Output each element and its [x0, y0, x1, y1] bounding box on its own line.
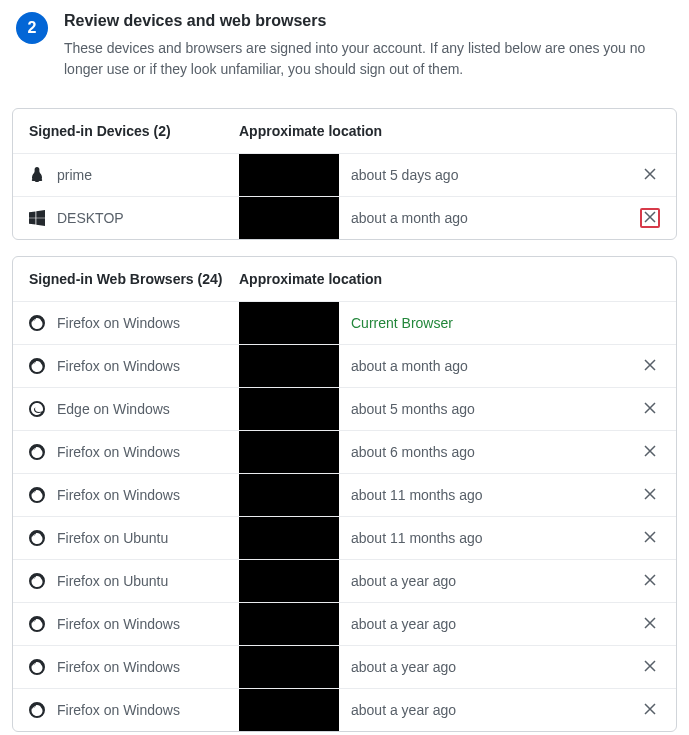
- close-icon: [644, 487, 656, 503]
- redacted-location: [239, 197, 339, 239]
- browsers-header-location: Approximate location: [239, 271, 382, 287]
- firefox-icon: [29, 659, 45, 675]
- browser-row: Firefox on Windowsabout a month ago: [13, 345, 676, 388]
- row-name: Firefox on Ubuntu: [57, 530, 168, 546]
- redacted-location: [239, 689, 339, 731]
- close-icon: [644, 573, 656, 589]
- close-icon: [644, 358, 656, 374]
- row-left: Firefox on Windows: [29, 444, 239, 460]
- row-left: Firefox on Ubuntu: [29, 530, 239, 546]
- browser-row: Firefox on Windowsabout 6 months ago: [13, 431, 676, 474]
- close-icon: [644, 401, 656, 417]
- browser-row: Firefox on Ubuntuabout a year ago: [13, 560, 676, 603]
- redacted-location: [239, 646, 339, 688]
- row-name: Firefox on Windows: [57, 315, 180, 331]
- browser-row: Firefox on WindowsCurrent Browser: [13, 302, 676, 345]
- device-row: DESKTOPabout a month ago: [13, 197, 676, 239]
- sign-out-button[interactable]: [640, 442, 660, 462]
- redacted-location: [239, 603, 339, 645]
- row-left: Firefox on Ubuntu: [29, 573, 239, 589]
- edge-icon: [29, 401, 45, 417]
- devices-header-location: Approximate location: [239, 123, 382, 139]
- row-time: about a month ago: [351, 358, 640, 374]
- device-row: primeabout 5 days ago: [13, 154, 676, 197]
- row-name: Firefox on Windows: [57, 659, 180, 675]
- step-description: These devices and browsers are signed in…: [64, 38, 673, 80]
- browsers-header-name: Signed-in Web Browsers (24): [29, 271, 239, 287]
- row-name: Firefox on Windows: [57, 358, 180, 374]
- row-name: Firefox on Windows: [57, 444, 180, 460]
- close-icon: [644, 702, 656, 718]
- firefox-icon: [29, 530, 45, 546]
- close-icon: [644, 167, 656, 183]
- current-browser-label: Current Browser: [351, 315, 640, 331]
- step-content: Review devices and web browsers These de…: [64, 12, 673, 80]
- linux-icon: [29, 167, 45, 183]
- row-name: prime: [57, 167, 92, 183]
- sign-out-button[interactable]: [640, 571, 660, 591]
- row-left: Firefox on Windows: [29, 659, 239, 675]
- devices-panel-header: Signed-in Devices (2) Approximate locati…: [13, 109, 676, 154]
- row-time: about 11 months ago: [351, 487, 640, 503]
- row-left: Edge on Windows: [29, 401, 239, 417]
- row-time: about 5 days ago: [351, 167, 640, 183]
- row-time: about 11 months ago: [351, 530, 640, 546]
- sign-out-button[interactable]: [640, 399, 660, 419]
- row-name: Firefox on Windows: [57, 702, 180, 718]
- step-number-badge: 2: [16, 12, 48, 44]
- row-name: Firefox on Windows: [57, 487, 180, 503]
- browser-row: Firefox on Windowsabout a year ago: [13, 603, 676, 646]
- close-icon: [644, 444, 656, 460]
- sign-out-button[interactable]: [640, 657, 660, 677]
- row-left: Firefox on Windows: [29, 487, 239, 503]
- redacted-location: [239, 517, 339, 559]
- sign-out-button[interactable]: [640, 356, 660, 376]
- browsers-panel-header: Signed-in Web Browsers (24) Approximate …: [13, 257, 676, 302]
- browser-row: Edge on Windowsabout 5 months ago: [13, 388, 676, 431]
- firefox-icon: [29, 702, 45, 718]
- row-time: about a year ago: [351, 659, 640, 675]
- row-left: Firefox on Windows: [29, 315, 239, 331]
- redacted-location: [239, 431, 339, 473]
- row-left: Firefox on Windows: [29, 702, 239, 718]
- sign-out-button[interactable]: [640, 614, 660, 634]
- browser-row: Firefox on Windowsabout 11 months ago: [13, 474, 676, 517]
- devices-header-name: Signed-in Devices (2): [29, 123, 239, 139]
- browser-row: Firefox on Ubuntuabout 11 months ago: [13, 517, 676, 560]
- row-name: Edge on Windows: [57, 401, 170, 417]
- row-time: about a year ago: [351, 702, 640, 718]
- firefox-icon: [29, 444, 45, 460]
- browser-row: Firefox on Windowsabout a year ago: [13, 689, 676, 731]
- close-icon: [644, 616, 656, 632]
- sign-out-button[interactable]: [640, 208, 660, 228]
- close-icon: [644, 659, 656, 675]
- row-time: about a year ago: [351, 573, 640, 589]
- row-name: DESKTOP: [57, 210, 124, 226]
- row-left: Firefox on Windows: [29, 358, 239, 374]
- row-left: prime: [29, 167, 239, 183]
- row-time: about 5 months ago: [351, 401, 640, 417]
- row-time: about a year ago: [351, 616, 640, 632]
- firefox-icon: [29, 616, 45, 632]
- close-icon: [644, 210, 656, 226]
- browser-row: Firefox on Windowsabout a year ago: [13, 646, 676, 689]
- redacted-location: [239, 302, 339, 344]
- sign-out-button[interactable]: [640, 528, 660, 548]
- sign-out-button[interactable]: [640, 700, 660, 720]
- redacted-location: [239, 154, 339, 196]
- firefox-icon: [29, 573, 45, 589]
- redacted-location: [239, 474, 339, 516]
- close-spacer: [640, 313, 660, 333]
- sign-out-button[interactable]: [640, 165, 660, 185]
- row-left: DESKTOP: [29, 210, 239, 226]
- firefox-icon: [29, 358, 45, 374]
- firefox-icon: [29, 487, 45, 503]
- row-time: about 6 months ago: [351, 444, 640, 460]
- redacted-location: [239, 560, 339, 602]
- sign-out-button[interactable]: [640, 485, 660, 505]
- redacted-location: [239, 388, 339, 430]
- row-name: Firefox on Windows: [57, 616, 180, 632]
- browsers-panel: Signed-in Web Browsers (24) Approximate …: [12, 256, 677, 732]
- row-left: Firefox on Windows: [29, 616, 239, 632]
- redacted-location: [239, 345, 339, 387]
